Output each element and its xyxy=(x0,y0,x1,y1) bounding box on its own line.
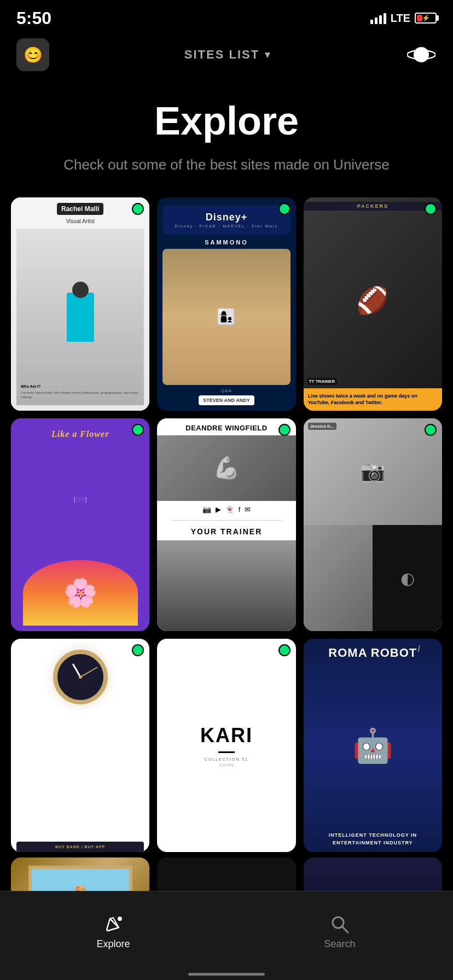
steven-family-label: STEVEN AND ANDY xyxy=(199,395,254,405)
card-disney[interactable]: Disney+ Disney · PIXAR · MARVEL · Star W… xyxy=(157,197,295,411)
card-rachel-inner: Rachel Malli Visual Artist Who Am I? I'v… xyxy=(11,197,149,411)
rachel-body-text: Who Am I? I've been Visual Artist. Who k… xyxy=(21,384,140,400)
card-rachel-malli[interactable]: Rachel Malli Visual Artist Who Am I? I'v… xyxy=(11,197,149,411)
signal-bars xyxy=(370,12,386,24)
online-indicator xyxy=(278,424,291,436)
jessica-abstract-icon: ◐ xyxy=(400,569,415,588)
deandre-photo: 💪 xyxy=(157,435,295,501)
tab-bar: Explore Search xyxy=(0,891,453,980)
status-icons: LTE ⚡ xyxy=(370,12,437,25)
roma-description: INTELLIGENT TECHNOLOGY IN ENTERTAINMENT … xyxy=(309,832,437,847)
hero-subtitle: Check out some of the best sites made on… xyxy=(33,154,420,176)
search-tab-label: Search xyxy=(324,938,355,950)
flower-title: Like a Flower xyxy=(51,429,109,439)
emoji-icon: 😊 xyxy=(24,46,43,64)
rachel-photo xyxy=(16,229,144,405)
deandre-bottom-photo xyxy=(157,540,295,632)
kari-date: 5.12.2021 xyxy=(219,763,234,767)
chevron-down-icon: ▾ xyxy=(265,49,271,61)
explore-tab-label: Explore xyxy=(96,938,130,950)
signal-bar-4 xyxy=(384,13,386,24)
trainer-label: YOUR TRAINER xyxy=(187,523,267,540)
sammono-label: SAMMONO xyxy=(205,239,248,246)
disney-brands: Disney · PIXAR · MARVEL · Star Wars xyxy=(166,224,287,228)
app-icon[interactable]: 😊 xyxy=(16,38,49,71)
deandre-name: DEANDRE WINGFIELD xyxy=(182,418,270,435)
signal-bar-1 xyxy=(370,20,373,24)
card-jessica[interactable]: Jessica G... 📸 ◐ xyxy=(304,418,442,632)
card-flower[interactable]: Like a Flower [♡♡] 🌸 xyxy=(11,418,149,632)
card-deandre-wingfield[interactable]: DEANDRE WINGFIELD 💪 📷 ▶ 👻 f ✉ YOUR TRAIN… xyxy=(157,418,295,632)
roma-robot-title: ROMA ROBOT xyxy=(328,646,417,660)
facebook-icon: f xyxy=(239,505,241,514)
search-icon xyxy=(329,913,351,935)
jessica-name-tag: Jessica G... xyxy=(308,423,336,430)
signal-bar-2 xyxy=(375,18,378,24)
deandre-social-icons: 📷 ▶ 👻 f ✉ xyxy=(199,501,254,518)
explore-icon xyxy=(102,913,124,935)
card-clock[interactable]: BUY BAND / BUY APP xyxy=(11,639,149,852)
card-packers-inner: PACKERS 🏈 TT TRAINER Live shows twice a … xyxy=(304,197,442,411)
online-indicator xyxy=(425,203,437,215)
jessica-photo-left xyxy=(304,525,373,632)
roma-slash-icon: / xyxy=(418,644,420,654)
email-icon: ✉ xyxy=(245,505,251,514)
online-indicator xyxy=(132,424,144,436)
flower-graphic: 🌸 xyxy=(23,560,138,626)
card-kari-inner: KARI COLLECTION 01 5.12.2021 xyxy=(157,639,295,852)
clock-buy-button[interactable]: BUY BAND / BUY APP xyxy=(16,842,144,852)
youtube-icon: ▶ xyxy=(216,505,221,514)
rachel-subtitle: Visual Artist xyxy=(66,218,95,224)
sites-list-label: SITES LIST xyxy=(184,48,259,62)
jessica-top-photo: Jessica G... 📸 xyxy=(304,418,442,525)
signal-bar-3 xyxy=(379,15,382,24)
flower-emoji: 🌸 xyxy=(63,577,97,609)
online-indicator xyxy=(278,644,291,656)
cards-grid: Rachel Malli Visual Artist Who Am I? I'v… xyxy=(0,192,453,858)
snapchat-icon: 👻 xyxy=(225,505,234,514)
card-flower-inner: Like a Flower [♡♡] 🌸 xyxy=(11,418,149,632)
card-roma-robot[interactable]: ROMA ROBOT 🤖 INTELLIGENT TECHNOLOGY IN E… xyxy=(304,639,442,852)
svg-point-2 xyxy=(118,917,122,921)
tab-explore[interactable]: Explore xyxy=(0,891,226,964)
planet-button[interactable] xyxy=(406,39,437,70)
disney-photo: 👩‍👦 xyxy=(162,249,290,385)
svg-point-0 xyxy=(414,47,429,62)
card-roma-inner: ROMA ROBOT 🤖 INTELLIGENT TECHNOLOGY IN E… xyxy=(304,639,442,852)
card-kari[interactable]: KARI COLLECTION 01 5.12.2021 xyxy=(157,639,295,852)
card-deandre-inner: DEANDRE WINGFIELD 💪 📷 ▶ 👻 f ✉ YOUR TRAIN… xyxy=(157,418,295,632)
sites-list-button[interactable]: SITES LIST ▾ xyxy=(184,48,271,62)
clock-center-dot xyxy=(79,675,82,679)
status-bar: 5:50 LTE ⚡ xyxy=(0,0,453,33)
hero-section: Explore Check out some of the best sites… xyxy=(0,77,453,192)
card-jessica-inner: Jessica G... 📸 ◐ xyxy=(304,418,442,632)
planet-icon xyxy=(407,40,435,69)
flower-decoration: [♡♡] xyxy=(74,497,87,503)
lte-label: LTE xyxy=(391,12,410,25)
jessica-photo-person: 📸 xyxy=(361,460,385,483)
card-clock-inner: BUY BAND / BUY APP xyxy=(11,639,149,852)
clock-face xyxy=(53,650,108,704)
kari-title: KARI xyxy=(200,724,253,747)
jessica-photo-right: ◐ xyxy=(373,525,442,632)
clock-minute-hand xyxy=(80,667,97,678)
disney-logo-area: Disney+ Disney · PIXAR · MARVEL · Star W… xyxy=(162,205,290,235)
roma-robot-graphic: 🤖 xyxy=(352,726,393,765)
packers-photo: PACKERS 🏈 TT TRAINER xyxy=(304,197,442,388)
status-time: 5:50 xyxy=(16,8,51,28)
instagram-icon: 📷 xyxy=(202,505,211,514)
online-indicator xyxy=(425,424,437,436)
online-indicator xyxy=(278,203,291,215)
card-disney-inner: Disney+ Disney · PIXAR · MARVEL · Star W… xyxy=(157,197,295,411)
divider xyxy=(171,520,282,521)
battery-bolt-icon: ⚡ xyxy=(422,14,430,22)
header: 😊 SITES LIST ▾ xyxy=(0,33,453,77)
kari-divider xyxy=(218,751,235,753)
home-indicator xyxy=(188,973,265,976)
disney-plus-text: Disney+ xyxy=(166,212,287,223)
trainer-tag: TT TRAINER xyxy=(307,378,338,385)
card-packers-trainer[interactable]: PACKERS 🏈 TT TRAINER Live shows twice a … xyxy=(304,197,442,411)
tab-search[interactable]: Search xyxy=(226,891,453,964)
packers-banner: PACKERS xyxy=(304,202,442,211)
qna-tag: Q&A xyxy=(221,388,232,393)
